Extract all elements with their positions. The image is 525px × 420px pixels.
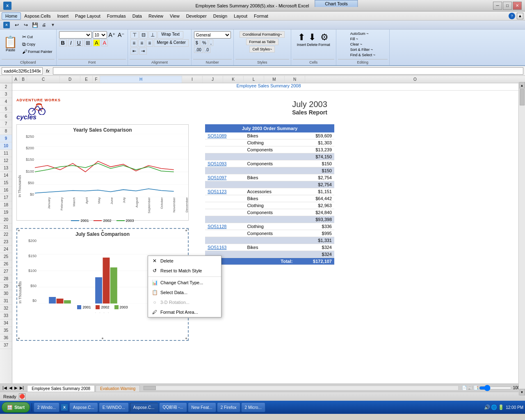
taskbar-qqmail[interactable]: QQ邮箱 -... bbox=[159, 402, 187, 412]
italic-button[interactable]: I bbox=[68, 39, 74, 46]
col-header-i[interactable]: I bbox=[182, 76, 203, 83]
col-header-m[interactable]: M bbox=[264, 76, 285, 83]
row-header-34[interactable]: 34 bbox=[0, 320, 12, 327]
insert-cells-btn[interactable]: ⬆ Insert bbox=[297, 32, 306, 47]
paste-button[interactable]: 📋 Paste bbox=[2, 35, 19, 54]
row-header-12[interactable]: 12 bbox=[0, 157, 12, 164]
cut-button[interactable]: ✂ Cut bbox=[21, 34, 54, 40]
font-size-select[interactable]: 10 bbox=[93, 31, 107, 39]
delete-cells-btn[interactable]: ⬇ Delete bbox=[307, 32, 317, 47]
format-as-table-btn[interactable]: Format as Table bbox=[246, 39, 278, 45]
row-header-6[interactable]: 6 bbox=[0, 113, 12, 120]
menu-design[interactable]: Design bbox=[210, 13, 231, 19]
row-header-2[interactable]: 2 bbox=[0, 83, 12, 91]
context-menu-format-plot[interactable]: 🖊 Format Plot Area... bbox=[148, 307, 221, 317]
row-header-30[interactable]: 30 bbox=[0, 290, 12, 297]
resize-handle-bottom[interactable] bbox=[102, 338, 103, 339]
row-header-35[interactable]: 35 bbox=[0, 327, 12, 334]
increase-font-btn[interactable]: A⁺ bbox=[108, 32, 116, 38]
view-layout-btn[interactable]: 📰 bbox=[468, 386, 472, 390]
minimize-btn[interactable]: ─ bbox=[493, 2, 502, 10]
vertical-scrollbar[interactable]: ▲ ▼ bbox=[518, 82, 525, 395]
menu-developer[interactable]: Developer bbox=[183, 13, 210, 19]
help-icon[interactable]: ? bbox=[509, 13, 515, 19]
currency-btn[interactable]: $ bbox=[194, 39, 200, 46]
col-header-k[interactable]: K bbox=[223, 76, 244, 83]
col-header-e[interactable]: E bbox=[80, 76, 93, 83]
tab-next-btn[interactable]: ▶ bbox=[14, 386, 18, 390]
align-center-btn[interactable]: ≡ bbox=[138, 39, 145, 47]
col-header-a[interactable]: A bbox=[12, 76, 20, 83]
menu-home[interactable]: Home bbox=[2, 12, 21, 20]
decrease-indent-btn[interactable]: ⇤ bbox=[130, 48, 138, 55]
row-header-25[interactable]: 25 bbox=[0, 253, 12, 260]
menu-data[interactable]: Data bbox=[129, 13, 145, 19]
row-header-18[interactable]: 18 bbox=[0, 201, 12, 209]
taskbar-firefox[interactable]: 2 Firefox bbox=[217, 402, 240, 412]
row-header-24[interactable]: 24 bbox=[0, 246, 12, 253]
clear-btn[interactable]: Clear ~ bbox=[349, 42, 377, 47]
tab-last-btn[interactable]: ▶| bbox=[19, 386, 25, 390]
row-header-4[interactable]: 4 bbox=[0, 98, 12, 105]
horizontal-scrollbar[interactable] bbox=[143, 386, 459, 390]
save-btn[interactable]: 💾 bbox=[31, 21, 39, 29]
resize-handle-top[interactable] bbox=[102, 230, 103, 231]
align-right-btn[interactable]: ≡ bbox=[146, 39, 153, 47]
increase-indent-btn[interactable]: ⇥ bbox=[139, 48, 147, 55]
align-top-btn[interactable]: ⊤ bbox=[130, 31, 139, 39]
row-header-5[interactable]: 5 bbox=[0, 105, 12, 113]
sort-filter-btn[interactable]: Sort & Filter ~ bbox=[349, 47, 377, 52]
row-header-37[interactable]: 37 bbox=[0, 342, 12, 349]
taskbar-newfeat[interactable]: New Feat... bbox=[188, 402, 216, 412]
scroll-thumb-h[interactable] bbox=[144, 386, 156, 390]
col-header-h[interactable]: H bbox=[100, 76, 182, 83]
font-color-button[interactable]: A bbox=[101, 39, 108, 46]
align-bottom-btn[interactable]: ⊥ bbox=[148, 31, 157, 39]
resize-handle-tl[interactable] bbox=[18, 230, 20, 231]
tray-icon-3[interactable]: 🔋 bbox=[498, 404, 504, 410]
redo-btn[interactable]: ↪ bbox=[22, 21, 30, 29]
row-header-16[interactable]: 16 bbox=[0, 187, 12, 194]
format-painter-button[interactable]: 🖌 Format Painter bbox=[21, 48, 54, 55]
formula-input[interactable] bbox=[53, 67, 523, 75]
col-header-l[interactable]: L bbox=[244, 76, 264, 83]
row-header-23[interactable]: 23 bbox=[0, 238, 12, 246]
tab-prev-btn[interactable]: ◀ bbox=[8, 386, 13, 390]
row-header-17[interactable]: 17 bbox=[0, 194, 12, 201]
row-header-26[interactable]: 26 bbox=[0, 260, 12, 268]
order-link-so51163[interactable]: SO51163 bbox=[208, 245, 226, 250]
merge-center-btn[interactable]: Merge & Center bbox=[154, 39, 189, 47]
sheet-tab-warning[interactable]: Evaluation Warning bbox=[96, 385, 140, 392]
chart-tools-tab[interactable]: Chart Tools bbox=[315, 0, 358, 7]
undo-btn[interactable]: ↩ bbox=[13, 21, 21, 29]
taskbar-ewindo[interactable]: E:\WINDO... bbox=[99, 402, 129, 412]
maximize-btn[interactable]: □ bbox=[503, 2, 512, 10]
row-header-33[interactable]: 33 bbox=[0, 312, 12, 320]
row-header-10[interactable]: 10 bbox=[0, 142, 12, 150]
row-header-28[interactable]: 28 bbox=[0, 275, 12, 283]
taskbar-micro[interactable]: 2 Micro... bbox=[241, 402, 265, 412]
row-header-3[interactable]: 3 bbox=[0, 91, 12, 98]
quick-print-btn[interactable]: 🖨 bbox=[40, 21, 48, 29]
row-header-31[interactable]: 31 bbox=[0, 297, 12, 305]
row-header-21[interactable]: 21 bbox=[0, 224, 12, 231]
taskbar-aspose1[interactable]: Aspose.C... bbox=[69, 402, 98, 412]
align-left-btn[interactable]: ≡ bbox=[130, 39, 137, 47]
menu-layout[interactable]: Layout bbox=[231, 13, 251, 19]
window-controls[interactable]: ─ □ ✕ bbox=[493, 2, 522, 10]
autosum-btn[interactable]: AutoSum ~ bbox=[349, 31, 377, 36]
row-header-36[interactable]: 36 bbox=[0, 334, 12, 342]
number-format-select[interactable]: General bbox=[194, 31, 231, 39]
row-header-7[interactable]: 7 bbox=[0, 120, 12, 128]
scroll-up-btn[interactable]: ▲ bbox=[519, 82, 525, 89]
scroll-down-btn[interactable]: ▼ bbox=[519, 389, 525, 395]
row-header-22[interactable]: 22 bbox=[0, 231, 12, 238]
close-btn[interactable]: ✕ bbox=[513, 2, 522, 10]
percent-btn[interactable]: % bbox=[201, 39, 208, 46]
row-header-14[interactable]: 14 bbox=[0, 172, 12, 179]
order-link-so51093[interactable]: SO51093 bbox=[208, 161, 226, 166]
menu-view[interactable]: View bbox=[167, 13, 183, 19]
format-cells-btn[interactable]: ⚙ Format bbox=[318, 32, 330, 47]
cell-styles-btn[interactable]: Cell Styles~ bbox=[249, 46, 275, 52]
order-link-so51123[interactable]: SO51123 bbox=[208, 189, 226, 194]
